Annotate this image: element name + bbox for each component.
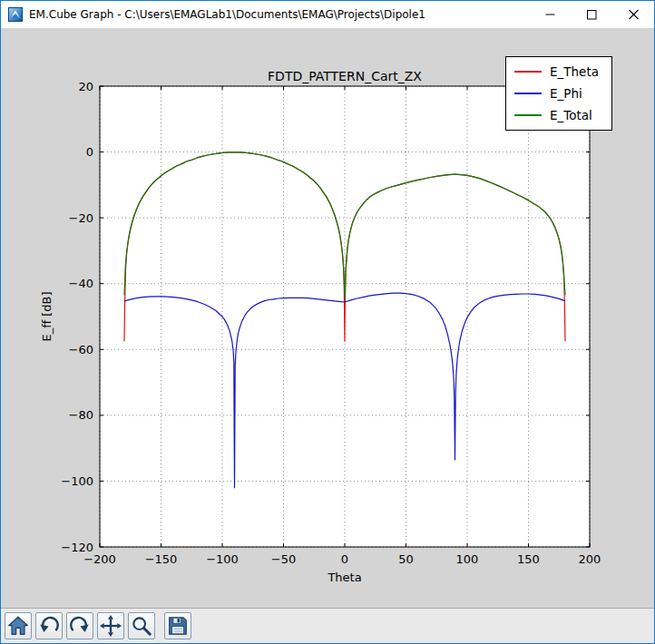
save-icon	[166, 614, 190, 638]
y-axis-label: E_ff [dB]	[40, 291, 54, 341]
x-tick-label: 100	[456, 552, 479, 566]
forward-button[interactable]	[66, 612, 93, 639]
y-tick-label: 0	[86, 145, 93, 159]
titlebar[interactable]: EM.Cube Graph - C:\Users\EMAGLab1\Docume…	[1, 1, 654, 28]
maximize-button[interactable]	[571, 1, 612, 28]
back-icon	[37, 614, 61, 638]
x-tick-label: 200	[579, 552, 601, 566]
app-icon	[8, 7, 23, 22]
y-tick-label: −40	[69, 277, 93, 290]
zoom-button[interactable]	[128, 612, 155, 639]
minimize-icon	[544, 9, 556, 20]
pan-button[interactable]	[97, 612, 124, 639]
legend-line-sample	[514, 71, 542, 73]
x-tick-label: −200	[83, 552, 116, 566]
y-tick-label: 20	[78, 80, 93, 93]
legend-entry-E_Theta: E_Theta	[514, 61, 599, 83]
minimize-button[interactable]	[529, 1, 571, 28]
zoom-icon	[130, 614, 153, 638]
toolbar	[1, 608, 654, 643]
legend-entry-E_Phi: E_Phi	[514, 83, 599, 104]
home-icon	[6, 614, 30, 638]
figure-area: −200−150−100−50050100150200200−20−40−60−…	[1, 28, 654, 608]
x-axis-label: Theta	[100, 571, 590, 584]
close-button[interactable]	[612, 1, 654, 28]
x-tick-label: −150	[145, 552, 178, 566]
y-tick-labels: 200−20−40−60−80−100−120	[61, 80, 93, 554]
legend: E_ThetaE_PhiE_Total	[505, 56, 612, 131]
pan-icon	[99, 614, 122, 638]
x-tick-label: 0	[341, 552, 348, 566]
y-tick-label: −80	[69, 408, 93, 422]
x-tick-label: 50	[398, 552, 414, 566]
close-icon	[628, 9, 640, 20]
x-tick-label: −50	[271, 552, 296, 566]
legend-label: E_Total	[550, 108, 592, 122]
x-tick-labels: −200−150−100−50050100150200	[83, 552, 601, 566]
save-button[interactable]	[164, 612, 191, 639]
maximize-icon	[586, 9, 598, 20]
legend-label: E_Theta	[550, 64, 599, 79]
legend-entry-E_Total: E_Total	[514, 104, 599, 126]
legend-line-sample	[514, 93, 542, 94]
legend-line-sample	[514, 114, 542, 116]
y-tick-label: −20	[69, 211, 93, 225]
window-title: EM.Cube Graph - C:\Users\EMAGLab1\Docume…	[29, 8, 425, 21]
home-button[interactable]	[5, 612, 32, 639]
back-button[interactable]	[35, 612, 63, 639]
y-tick-label: −100	[61, 474, 93, 488]
forward-icon	[68, 614, 92, 638]
x-tick-label: −100	[206, 552, 239, 566]
window-controls	[529, 1, 654, 28]
app-window: EM.Cube Graph - C:\Users\EMAGLab1\Docume…	[0, 0, 655, 644]
y-tick-label: −120	[61, 541, 93, 554]
x-tick-label: 150	[517, 552, 540, 566]
emcube-logo-icon	[8, 7, 23, 22]
y-tick-label: −60	[69, 343, 93, 356]
legend-label: E_Phi	[550, 86, 582, 101]
